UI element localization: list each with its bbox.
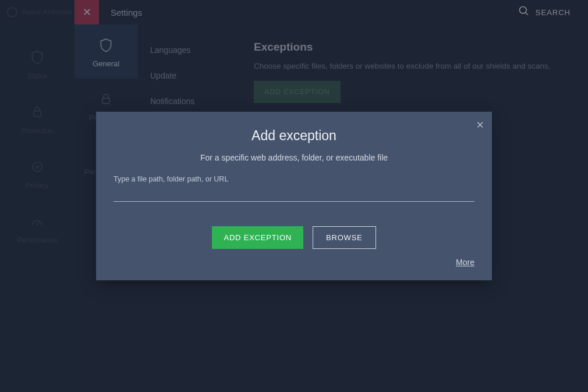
add-exception-modal: × Add exception For a specific web addre… (96, 112, 492, 280)
add-exception-button[interactable]: ADD EXCEPTION (212, 226, 303, 249)
browse-button[interactable]: BROWSE (313, 226, 376, 249)
exception-path-input[interactable] (114, 184, 474, 202)
more-options-link[interactable]: More (456, 258, 474, 267)
modal-actions: ADD EXCEPTION BROWSE (114, 226, 474, 249)
modal-close-button[interactable]: × (476, 117, 484, 133)
modal-overlay: × Add exception For a specific web addre… (0, 0, 588, 392)
modal-input-label: Type a file path, folder path, or URL (114, 175, 474, 183)
modal-title: Add exception (114, 128, 474, 144)
modal-subtitle: For a specific web address, folder, or e… (114, 153, 474, 162)
modal-more-row: More (114, 257, 474, 268)
